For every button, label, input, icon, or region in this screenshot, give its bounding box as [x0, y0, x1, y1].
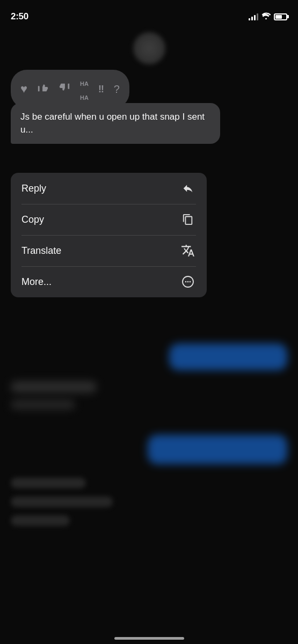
bg-blur-4: [148, 435, 287, 464]
bg-blur-6: [11, 496, 113, 507]
menu-item-copy[interactable]: Copy: [11, 204, 207, 235]
bg-blur-2: [11, 381, 97, 393]
message-bubble: Js be careful when u open up that snap I…: [11, 103, 220, 144]
menu-item-more[interactable]: More...: [11, 266, 207, 297]
message-text: Js be careful when u open up that snap I…: [20, 112, 205, 135]
question-reaction[interactable]: ?: [114, 83, 120, 96]
battery-icon: [274, 13, 287, 20]
bg-blur-3: [11, 400, 75, 409]
emphasis-reaction[interactable]: ‼: [98, 84, 104, 95]
contact-avatar: [133, 32, 165, 64]
bg-blur-5: [11, 478, 86, 488]
thumbsup-reaction[interactable]: [37, 82, 49, 97]
wifi-icon: [261, 12, 271, 21]
status-bar: 2:50: [0, 0, 298, 27]
menu-item-translate[interactable]: Translate: [11, 235, 207, 266]
status-icons: [249, 12, 287, 21]
more-icon: [180, 274, 196, 290]
svg-point-2: [187, 281, 189, 283]
haha-reaction[interactable]: HAHA: [80, 75, 89, 103]
translate-icon: [180, 243, 196, 259]
context-menu: Reply Copy Translate More...: [11, 173, 207, 297]
heart-reaction[interactable]: ♥: [20, 82, 27, 96]
thumbsdown-reaction[interactable]: [59, 82, 70, 97]
menu-label-copy: Copy: [21, 214, 44, 225]
svg-point-3: [190, 281, 191, 283]
status-time: 2:50: [11, 11, 28, 22]
svg-point-1: [185, 281, 187, 283]
reply-icon: [180, 180, 196, 196]
menu-label-more: More...: [21, 276, 52, 288]
bg-blur-7: [11, 515, 70, 526]
signal-icon: [249, 13, 258, 20]
menu-label-reply: Reply: [21, 183, 46, 194]
copy-icon: [180, 211, 196, 228]
menu-item-reply[interactable]: Reply: [11, 173, 207, 204]
home-indicator: [114, 637, 184, 640]
menu-label-translate: Translate: [21, 245, 61, 257]
bg-blur-1: [169, 343, 287, 370]
